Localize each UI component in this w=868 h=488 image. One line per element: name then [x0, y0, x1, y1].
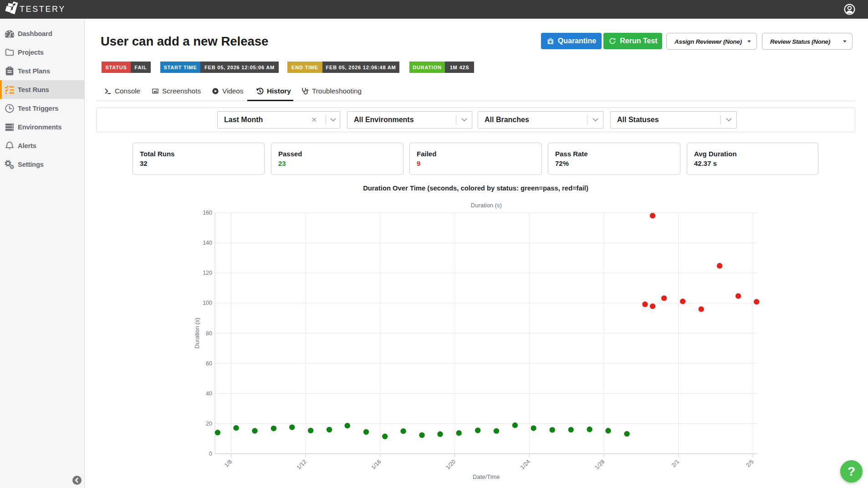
svg-text:2/1: 2/1	[670, 458, 680, 468]
svg-text:20: 20	[206, 421, 212, 427]
svg-text:1/24: 1/24	[519, 458, 531, 471]
svg-text:Date/Time: Date/Time	[473, 473, 500, 480]
svg-text:100: 100	[203, 300, 212, 306]
svg-text:40: 40	[206, 390, 212, 397]
svg-text:60: 60	[206, 360, 212, 367]
svg-text:160: 160	[203, 210, 212, 216]
svg-text:0: 0	[209, 451, 212, 457]
svg-text:Duration (s): Duration (s)	[194, 318, 200, 349]
svg-text:1/8: 1/8	[223, 458, 233, 468]
svg-text:1/28: 1/28	[594, 458, 606, 471]
svg-text:140: 140	[203, 240, 212, 246]
svg-text:1/12: 1/12	[296, 458, 308, 471]
svg-text:80: 80	[206, 330, 212, 337]
svg-text:1/16: 1/16	[370, 458, 382, 471]
svg-text:1/20: 1/20	[444, 458, 457, 471]
svg-text:2/5: 2/5	[745, 458, 755, 468]
svg-text:Duration (s): Duration (s)	[471, 202, 502, 209]
svg-text:120: 120	[203, 270, 212, 276]
